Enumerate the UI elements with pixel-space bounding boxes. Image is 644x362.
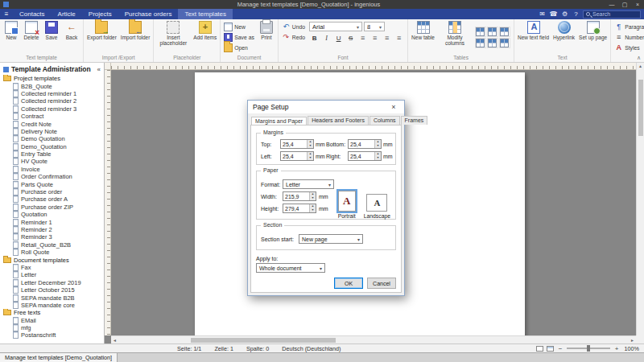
ribbon-button-new-text-field[interactable]: New text field xyxy=(516,20,551,54)
bold-button[interactable]: B xyxy=(309,33,320,43)
tree-item-hv-quote[interactable]: HV Quote xyxy=(2,158,102,165)
ribbon-button-insert-placeholder[interactable]: Insert placeholder xyxy=(155,20,191,54)
ribbon-button-modify-columns[interactable]: Modify columns xyxy=(437,20,473,54)
ribbon-button-back[interactable]: Back xyxy=(62,20,81,54)
ribbon-button-hyperlink[interactable]: Hyperlink xyxy=(551,20,576,54)
spin-down-icon[interactable] xyxy=(310,196,316,200)
ribbon-icon-split-cells[interactable] xyxy=(499,38,510,48)
phone-icon[interactable]: ☎ xyxy=(549,10,558,19)
tree-item-sepa-mandate-core[interactable]: SEPA mandate core xyxy=(2,302,102,309)
tree-item-retail-quote-b2b[interactable]: Retail_Quote_B2B xyxy=(2,241,102,249)
tree-item-reminder-2[interactable]: Reminder 2 xyxy=(2,226,102,233)
menu-tab-article[interactable]: Article xyxy=(52,9,82,19)
help-icon[interactable]: ? xyxy=(572,10,580,19)
tree-item-letter-december-2019[interactable]: Letter December 2019 xyxy=(2,279,102,286)
tree-item-demo-quotation[interactable]: Demo Quotation xyxy=(2,135,102,142)
tree-item-parts-quote[interactable]: Parts Quote xyxy=(2,180,102,187)
spin-down-icon[interactable] xyxy=(375,144,381,148)
zoom-level[interactable]: 100% xyxy=(623,345,639,352)
dialog-tab-columns[interactable]: Columns xyxy=(369,116,400,125)
web-layout-icon[interactable] xyxy=(547,346,554,352)
ribbon-button-save[interactable]: Save xyxy=(42,20,61,54)
vertical-scrollbar[interactable]: ▲ xyxy=(636,63,644,335)
document-tab[interactable]: Manage text templates [Demo_Quotation] xyxy=(0,353,118,362)
tree-item-fax[interactable]: Fax xyxy=(2,264,102,271)
menu-tab-projects[interactable]: Projects xyxy=(82,9,118,19)
tree-item-credit-note[interactable]: Credit Note xyxy=(2,120,102,127)
ribbon-button-undo[interactable]: Undo xyxy=(280,22,307,31)
tree-item-roll-quote[interactable]: Roll Quote xyxy=(2,249,102,256)
format-select[interactable]: Letter xyxy=(283,179,334,189)
ribbon-button-new[interactable]: New xyxy=(2,20,21,54)
close-button[interactable]: × xyxy=(631,0,644,9)
tree-item-delivery-note[interactable]: Delivery Note xyxy=(2,128,102,135)
margin-right-spinner[interactable]: 25,4 xyxy=(348,151,382,161)
font-size-combo[interactable]: 8 xyxy=(364,22,385,31)
tree-item-reminder-3[interactable]: Reminder 3 xyxy=(2,233,102,241)
zoom-slider[interactable] xyxy=(567,348,610,349)
ribbon-button-styles[interactable]: Styles xyxy=(613,43,644,52)
tree-item-quotation[interactable]: Quotation xyxy=(2,211,102,218)
ribbon-button-import-folder[interactable]: Import folder xyxy=(119,20,152,54)
dialog-tab-headers-and-footers[interactable]: Headers and Footers xyxy=(308,116,369,125)
spin-down-icon[interactable] xyxy=(310,208,316,212)
collapse-sidebar-icon[interactable] xyxy=(97,66,101,73)
settings-icon[interactable]: ⚙ xyxy=(560,10,569,19)
tree-item-invoice[interactable]: Invoice xyxy=(2,166,102,173)
tree-item-demo-quotation[interactable]: Demo_Quotation xyxy=(2,143,102,150)
cancel-button[interactable]: Cancel xyxy=(367,278,396,289)
tree-folder-project-templates[interactable]: Project templates xyxy=(2,75,102,82)
status-language[interactable]: Deutsch (Deutschland) xyxy=(275,345,347,352)
scroll-left-icon[interactable]: ◄ xyxy=(111,338,118,343)
collapse-ribbon-icon[interactable] xyxy=(637,55,641,61)
dialog-tab-frames[interactable]: Frames xyxy=(401,116,428,125)
minimize-button[interactable]: — xyxy=(605,0,618,9)
ribbon-icon-delete-row[interactable] xyxy=(487,38,498,48)
ribbon-button-numbering[interactable]: Numbering xyxy=(613,32,644,42)
tree-item-letter-october-2015[interactable]: Letter October 2015 xyxy=(2,286,102,294)
tree-item-reminder-1[interactable]: Reminder 1 xyxy=(2,218,102,225)
tree-item-email[interactable]: EMail xyxy=(2,317,102,324)
menu-tab-purchase-orders[interactable]: Purchase orders xyxy=(118,9,179,19)
strike-button[interactable]: S xyxy=(345,33,356,43)
horizontal-scrollbar[interactable]: ◄► xyxy=(111,335,636,343)
tree-item-mfg[interactable]: mfg xyxy=(2,324,102,331)
italic-button[interactable]: I xyxy=(321,33,332,43)
ribbon-icon-delete-column[interactable] xyxy=(487,27,498,37)
ribbon-button-print[interactable]: Print xyxy=(257,20,276,54)
margin-top-spinner[interactable]: 25,4 xyxy=(280,139,314,149)
print-layout-icon[interactable] xyxy=(536,346,543,352)
tree-item-collected-reminder-3[interactable]: Collected reminder 3 xyxy=(2,105,102,113)
tree-item-collected-reminder-1[interactable]: Collected reminder 1 xyxy=(2,90,102,97)
apply-to-select[interactable]: Whole document xyxy=(256,263,325,273)
tree-folder-document-templates[interactable]: Document templates xyxy=(2,256,102,263)
tree-item-contract[interactable]: Contract xyxy=(2,113,102,120)
ribbon-button-delete[interactable]: Delete xyxy=(22,20,41,54)
spin-down-icon[interactable] xyxy=(375,156,381,160)
tree-item-purchase-order-zip[interactable]: Purchase order ZIP xyxy=(2,204,102,211)
search-box[interactable]: Search xyxy=(583,10,641,19)
tree-item-entry-table[interactable]: Entry Table xyxy=(2,150,102,158)
spin-down-icon[interactable] xyxy=(308,156,313,160)
landscape-option[interactable]: Landscape xyxy=(364,191,390,219)
spin-down-icon[interactable] xyxy=(308,144,313,148)
align-center-button[interactable]: ≡ xyxy=(369,33,380,43)
app-menu-icon[interactable] xyxy=(0,9,13,19)
ribbon-button-add-items[interactable]: Add items xyxy=(192,20,218,54)
ribbon-icon-insert-column[interactable] xyxy=(475,27,486,37)
tree-item-b2b-quote[interactable]: B2B_Quote xyxy=(2,82,102,89)
zoom-out-button[interactable]: − xyxy=(557,345,564,352)
maximize-button[interactable]: ▢ xyxy=(618,0,631,9)
ribbon-button-set-up-page[interactable]: Set up page xyxy=(577,20,609,54)
font-name-combo[interactable]: Arial xyxy=(309,22,362,31)
tree-item-order-confirmation[interactable]: Order Confirmation xyxy=(2,173,102,180)
section-start-select[interactable]: New page xyxy=(299,234,363,244)
ribbon-button-export-folder[interactable]: Export folder xyxy=(85,20,118,54)
underline-button[interactable]: U xyxy=(333,33,344,43)
paper-height-spinner[interactable]: 279,4 xyxy=(283,204,316,213)
tree-item-collected-reminder-2[interactable]: Collected reminder 2 xyxy=(2,97,102,105)
tree-item-purchase-order[interactable]: Purchase order xyxy=(2,188,102,195)
paper-width-spinner[interactable]: 215,9 xyxy=(283,191,316,201)
ribbon-button-paragraph[interactable]: Paragraph xyxy=(613,22,644,31)
ribbon-button-redo[interactable]: Redo xyxy=(280,32,307,42)
